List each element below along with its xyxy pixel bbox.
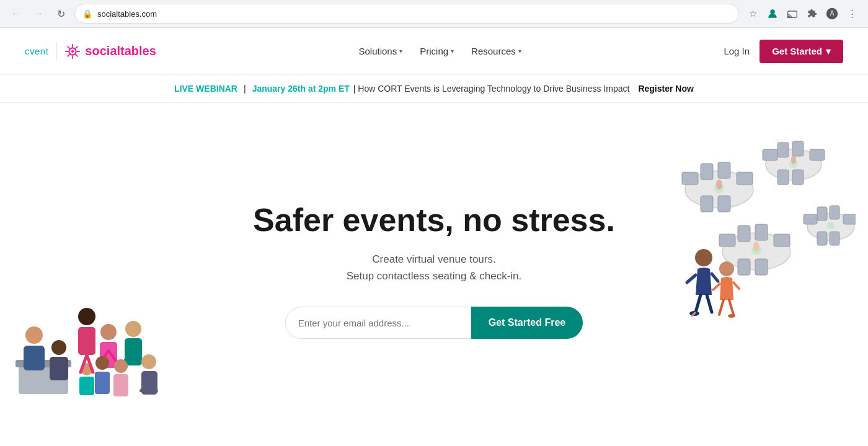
hero-subtext: Create virtual venue tours. Setup contac… bbox=[347, 251, 522, 284]
svg-line-85 bbox=[696, 295, 701, 312]
cvent-text: cvent bbox=[25, 46, 48, 56]
cvent-logo: cvent bbox=[25, 46, 48, 56]
brand-text: socialtables bbox=[85, 44, 156, 58]
svg-rect-60 bbox=[810, 149, 825, 160]
svg-point-94 bbox=[728, 314, 735, 318]
svg-point-29 bbox=[125, 321, 141, 337]
svg-rect-71 bbox=[755, 259, 768, 275]
svg-point-2 bbox=[787, 17, 789, 19]
people-illustration bbox=[0, 227, 211, 425]
solutions-nav-item[interactable]: Solutions ▾ bbox=[359, 46, 403, 56]
browser-actions: ☆ A ⋮ bbox=[744, 5, 861, 22]
svg-rect-18 bbox=[24, 346, 45, 370]
svg-line-11 bbox=[68, 46, 69, 48]
browser-toolbar: ← → ↻ 🔒 socialtables.com ☆ A ⋮ bbox=[0, 0, 868, 27]
banner-separator: | bbox=[244, 84, 246, 94]
table-illustration bbox=[645, 115, 856, 326]
svg-rect-59 bbox=[763, 149, 777, 160]
svg-point-87 bbox=[719, 261, 734, 276]
pricing-chevron: ▾ bbox=[451, 48, 454, 55]
svg-point-0 bbox=[770, 9, 775, 14]
svg-rect-44 bbox=[78, 327, 95, 355]
svg-line-83 bbox=[687, 275, 696, 282]
svg-point-73 bbox=[753, 242, 760, 251]
hero-form: Get Started Free bbox=[285, 307, 583, 339]
browser-chrome: ← → ↻ 🔒 socialtables.com ☆ A ⋮ bbox=[0, 0, 868, 28]
svg-rect-77 bbox=[804, 214, 817, 224]
svg-point-82 bbox=[695, 249, 712, 266]
svg-line-86 bbox=[707, 295, 712, 312]
pricing-nav-item[interactable]: Pricing ▾ bbox=[420, 46, 454, 56]
svg-point-25 bbox=[100, 324, 117, 340]
svg-rect-66 bbox=[738, 225, 750, 242]
banner-date: January 26th at 2pm ET bbox=[252, 84, 350, 94]
reload-button[interactable]: ↻ bbox=[52, 5, 69, 22]
svg-rect-78 bbox=[843, 214, 856, 224]
socialtables-logo: socialtables bbox=[64, 43, 156, 60]
email-input[interactable] bbox=[285, 307, 471, 339]
svg-rect-67 bbox=[755, 224, 768, 240]
svg-line-84 bbox=[712, 274, 718, 281]
svg-rect-48 bbox=[701, 164, 713, 180]
svg-line-14 bbox=[68, 54, 69, 56]
svg-point-81 bbox=[827, 222, 835, 229]
svg-line-88 bbox=[713, 284, 720, 290]
menu-button[interactable]: ⋮ bbox=[843, 5, 861, 22]
svg-rect-80 bbox=[830, 232, 839, 245]
svg-rect-76 bbox=[830, 206, 839, 219]
svg-rect-58 bbox=[792, 141, 804, 156]
back-button[interactable]: ← bbox=[7, 5, 25, 22]
url-text: socialtables.com bbox=[97, 9, 731, 19]
cast-button[interactable] bbox=[784, 5, 801, 22]
svg-line-90 bbox=[719, 300, 724, 315]
svg-rect-34 bbox=[79, 377, 94, 395]
resources-chevron: ▾ bbox=[518, 48, 521, 55]
svg-line-89 bbox=[733, 282, 739, 289]
svg-rect-38 bbox=[113, 374, 128, 396]
svg-rect-53 bbox=[718, 196, 730, 212]
profile-button[interactable] bbox=[764, 5, 781, 22]
bookmark-button[interactable]: ☆ bbox=[744, 5, 761, 22]
lock-icon: 🔒 bbox=[82, 9, 92, 19]
svg-rect-52 bbox=[701, 196, 713, 212]
svg-rect-61 bbox=[777, 170, 789, 185]
svg-point-6 bbox=[71, 50, 74, 52]
address-bar[interactable]: 🔒 socialtables.com bbox=[74, 4, 739, 24]
logo-area: cvent socialtables bbox=[25, 42, 156, 61]
svg-point-55 bbox=[716, 180, 722, 190]
svg-line-12 bbox=[76, 54, 78, 56]
socialtables-icon bbox=[64, 43, 81, 60]
svg-rect-51 bbox=[737, 172, 753, 185]
svg-rect-75 bbox=[817, 207, 827, 221]
svg-rect-49 bbox=[718, 162, 730, 178]
banner-body: | How CORT Events is Leveraging Technolo… bbox=[353, 84, 630, 94]
forward-button[interactable]: → bbox=[30, 5, 47, 22]
extensions-button[interactable] bbox=[804, 5, 821, 22]
navbar: cvent socialtables Solutions ▾ bbox=[0, 28, 868, 75]
hero-section: Safer events, no stress. Create virtual … bbox=[0, 103, 868, 425]
svg-point-21 bbox=[51, 340, 66, 355]
account-button[interactable]: A bbox=[823, 5, 841, 22]
register-now-link[interactable]: Register Now bbox=[638, 84, 693, 94]
svg-rect-22 bbox=[50, 357, 68, 380]
svg-rect-79 bbox=[817, 232, 827, 245]
nav-links: Solutions ▾ Pricing ▾ Resources ▾ bbox=[359, 46, 521, 56]
hero-headline: Safer events, no stress. bbox=[253, 201, 615, 238]
solutions-chevron: ▾ bbox=[399, 48, 402, 55]
svg-rect-62 bbox=[792, 170, 804, 185]
get-started-free-button[interactable]: Get Started Free bbox=[471, 307, 583, 339]
svg-rect-69 bbox=[774, 234, 790, 247]
svg-rect-36 bbox=[95, 372, 110, 394]
get-started-nav-button[interactable]: Get Started ▾ bbox=[760, 40, 843, 63]
svg-point-17 bbox=[25, 326, 43, 344]
svg-line-91 bbox=[729, 300, 733, 315]
nav-right: Log In Get Started ▾ bbox=[724, 40, 843, 63]
svg-point-39 bbox=[141, 354, 156, 369]
svg-line-13 bbox=[76, 46, 78, 48]
resources-nav-item[interactable]: Resources ▾ bbox=[471, 46, 521, 56]
login-button[interactable]: Log In bbox=[724, 46, 750, 56]
svg-point-64 bbox=[791, 155, 796, 164]
get-started-chevron: ▾ bbox=[826, 46, 831, 57]
svg-rect-70 bbox=[738, 259, 750, 275]
svg-point-37 bbox=[114, 359, 128, 373]
